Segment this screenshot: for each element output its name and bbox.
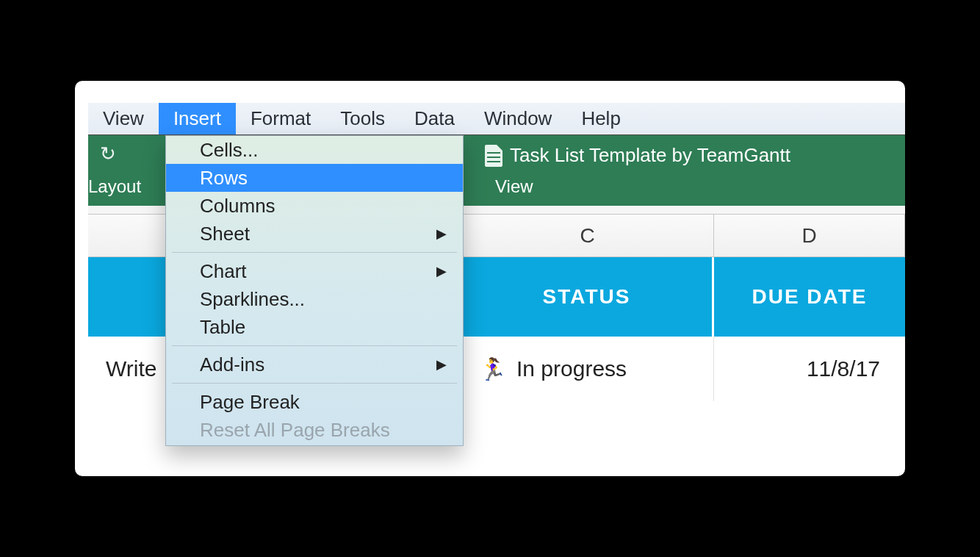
excel-file-icon	[485, 145, 502, 167]
menu-item-addins-label: Add-ins	[200, 353, 264, 376]
menu-item-cells[interactable]: Cells...	[166, 136, 463, 164]
menu-insert[interactable]: Insert	[159, 103, 236, 134]
ribbon-tab-view[interactable]: View	[495, 176, 533, 197]
submenu-arrow-icon: ▶	[436, 263, 447, 279]
menu-item-chart[interactable]: Chart ▶	[166, 257, 463, 285]
menu-item-chart-label: Chart	[200, 260, 247, 283]
header-cell-status[interactable]: STATUS	[461, 257, 714, 337]
menu-tools[interactable]: Tools	[325, 103, 400, 134]
app-window: View Insert Format Tools Data Window Hel…	[88, 103, 905, 476]
menu-separator	[172, 383, 457, 384]
cell-status-text: In progress	[516, 356, 627, 381]
menu-item-sparklines[interactable]: Sparklines...	[166, 285, 463, 313]
cell-due-date[interactable]: 11/8/17	[714, 337, 905, 401]
column-header-c[interactable]: C	[461, 215, 714, 256]
menu-separator	[172, 252, 457, 253]
menu-view[interactable]: View	[88, 103, 159, 134]
menu-item-addins[interactable]: Add-ins ▶	[166, 351, 463, 378]
screenshot-card: View Insert Format Tools Data Window Hel…	[75, 81, 905, 476]
menu-separator	[172, 345, 457, 346]
document-title: Task List Template by TeamGantt	[485, 144, 790, 167]
menu-format[interactable]: Format	[236, 103, 325, 134]
menu-item-columns[interactable]: Columns	[166, 192, 463, 220]
menu-item-rows[interactable]: Rows	[166, 164, 463, 192]
column-header-d[interactable]: D	[714, 215, 905, 256]
submenu-arrow-icon: ▶	[436, 226, 447, 242]
menu-item-table[interactable]: Table	[166, 313, 463, 341]
header-cell-due-date[interactable]: DUE DATE	[714, 257, 905, 337]
document-title-text: Task List Template by TeamGantt	[510, 144, 790, 167]
menu-data[interactable]: Data	[400, 103, 469, 134]
menu-item-reset-page-breaks: Reset All Page Breaks	[166, 416, 463, 444]
insert-dropdown-menu: Cells... Rows Columns Sheet ▶ Chart ▶ Sp…	[165, 135, 464, 446]
menu-item-sheet[interactable]: Sheet ▶	[166, 220, 463, 248]
menu-help[interactable]: Help	[566, 103, 635, 134]
refresh-icon[interactable]: ↻	[100, 143, 116, 165]
menu-bar: View Insert Format Tools Data Window Hel…	[88, 103, 905, 135]
menu-item-sheet-label: Sheet	[200, 223, 250, 245]
cell-status[interactable]: 🏃‍♀️ In progress	[461, 337, 714, 401]
submenu-arrow-icon: ▶	[436, 356, 447, 373]
ribbon-tab-layout[interactable]: Layout	[88, 176, 141, 197]
menu-item-page-break[interactable]: Page Break	[166, 388, 463, 416]
menu-window[interactable]: Window	[469, 103, 566, 134]
running-person-icon: 🏃‍♀️	[479, 356, 506, 382]
